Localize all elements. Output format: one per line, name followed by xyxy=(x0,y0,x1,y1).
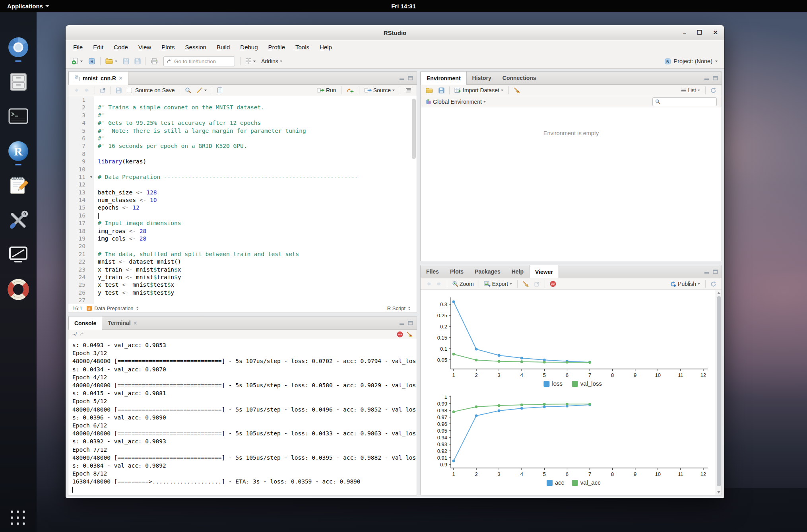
new-project-button[interactable] xyxy=(86,56,97,67)
popout-editor-button[interactable] xyxy=(98,85,108,96)
code-line[interactable]: 16 xyxy=(68,212,417,219)
scroll-down-icon[interactable] xyxy=(717,491,720,493)
metrics-chart-loss[interactable]: 0.30.250.20.150.10.05123456789101112loss… xyxy=(433,294,712,394)
save-all-button[interactable] xyxy=(132,56,143,67)
clear-environment-broom-icon[interactable] xyxy=(512,85,522,96)
code-line[interactable]: 23x_train <- mnist$train$x xyxy=(68,266,417,274)
addins-button[interactable]: Addins xyxy=(259,56,285,67)
code-editor[interactable]: 12#' Trains a simple convnet on the MNIS… xyxy=(68,96,417,305)
code-line[interactable]: 24y_train <- mnist$train$y xyxy=(68,274,417,281)
code-line[interactable]: 6#' xyxy=(68,135,417,142)
code-line[interactable]: 22mnist <- dataset_mnist() xyxy=(68,258,417,266)
menu-build[interactable]: Build xyxy=(211,44,235,50)
tab-console[interactable]: Console xyxy=(68,316,102,330)
rerun-button[interactable] xyxy=(344,85,356,96)
workspace-panes-button[interactable] xyxy=(243,56,258,67)
working-directory[interactable]: ~/ xyxy=(72,331,77,337)
dock-item-tools[interactable] xyxy=(7,209,29,234)
source-on-save-checkbox[interactable]: Source on Save xyxy=(125,85,177,96)
metrics-chart-acc[interactable]: 10.990.980.970.960.950.940.930.920.910.9… xyxy=(433,396,712,495)
show-applications-button[interactable] xyxy=(11,511,26,526)
tab-environment[interactable]: Environment xyxy=(421,72,467,85)
maximize-pane-icon[interactable] xyxy=(408,321,413,325)
clear-console-broom-icon[interactable] xyxy=(406,331,413,338)
stop-viewer-icon[interactable] xyxy=(548,278,558,289)
dock-item-chromium[interactable] xyxy=(7,36,29,61)
maximize-pane-icon[interactable] xyxy=(408,76,413,80)
environment-search-box[interactable] xyxy=(652,97,717,106)
save-source-button[interactable] xyxy=(114,85,124,96)
code-line[interactable]: 18img_rows <- 28 xyxy=(68,227,417,235)
minimize-pane-icon[interactable] xyxy=(399,321,404,325)
menu-tools[interactable]: Tools xyxy=(290,44,314,50)
dock-item-display[interactable] xyxy=(7,244,29,268)
tab-help[interactable]: Help xyxy=(506,265,529,278)
title-bar[interactable]: RStudio – ❐ ✕ xyxy=(66,25,724,40)
tab-plots[interactable]: Plots xyxy=(444,265,469,278)
find-replace-button[interactable] xyxy=(183,85,193,96)
close-icon[interactable] xyxy=(134,321,137,325)
forward-icon[interactable] xyxy=(82,85,92,96)
tab-mnist-cnn[interactable]: mnist_cnn.R xyxy=(68,72,128,85)
close-button[interactable]: ✕ xyxy=(713,29,718,36)
tab-files[interactable]: Files xyxy=(421,265,444,278)
code-line[interactable]: 25x_test <- mnist$test$x xyxy=(68,281,417,289)
menu-plots[interactable]: Plots xyxy=(156,44,180,50)
clock[interactable]: Fri 14:31 xyxy=(0,0,807,12)
code-line[interactable]: 26y_test <- mnist$test$y xyxy=(68,289,417,297)
tab-viewer[interactable]: Viewer xyxy=(529,265,559,278)
maximize-button[interactable]: ❐ xyxy=(697,29,702,36)
document-outline-button[interactable] xyxy=(403,85,413,96)
dock-item-files[interactable] xyxy=(7,71,29,95)
console-output[interactable]: s: 0.0493 - val_acc: 0.9853Epoch 3/12480… xyxy=(68,339,417,493)
forward-icon[interactable] xyxy=(435,278,444,289)
refresh-viewer-button[interactable] xyxy=(708,278,718,289)
minimize-pane-icon[interactable] xyxy=(704,76,709,80)
editor-scrollbar[interactable] xyxy=(412,99,416,159)
tab-packages[interactable]: Packages xyxy=(469,265,506,278)
code-line[interactable]: 9library(keras) xyxy=(68,158,417,165)
goto-file-function-box[interactable] xyxy=(163,56,235,66)
code-line[interactable]: 5#' Note: There is still a large margin … xyxy=(68,127,417,135)
code-line[interactable]: 10 xyxy=(68,166,417,173)
tab-terminal[interactable]: Terminal xyxy=(102,316,142,329)
save-workspace-button[interactable] xyxy=(436,85,446,96)
load-workspace-button[interactable] xyxy=(424,85,435,96)
source-button[interactable]: Source xyxy=(362,85,397,96)
code-tools-button[interactable] xyxy=(194,85,209,96)
refresh-environment-button[interactable] xyxy=(708,85,718,96)
tab-connections[interactable]: Connections xyxy=(497,72,542,84)
dock-item-terminal[interactable] xyxy=(7,105,29,130)
menu-file[interactable]: File xyxy=(68,44,88,50)
menu-profile[interactable]: Profile xyxy=(263,44,291,50)
run-button[interactable]: Run xyxy=(315,85,338,96)
scroll-up-icon[interactable] xyxy=(717,292,720,294)
import-dataset-button[interactable]: Import Dataset xyxy=(452,85,506,96)
code-line[interactable]: 4#' Gets to 99.25% test accuracy after 1… xyxy=(68,119,417,127)
goto-file-function-input[interactable] xyxy=(174,58,226,64)
popout-viewer-button[interactable] xyxy=(532,278,542,289)
zoom-button[interactable]: Zoom xyxy=(450,278,476,289)
scope-selector[interactable]: Data Preparation xyxy=(85,303,140,313)
code-line[interactable]: 3#' xyxy=(68,112,417,119)
scrollbar-thumb[interactable] xyxy=(717,296,721,486)
interrupt-stop-icon[interactable] xyxy=(397,331,403,338)
code-line[interactable]: 13batch_size <- 128 xyxy=(68,189,417,196)
dock-item-editor[interactable] xyxy=(7,175,29,199)
menu-view[interactable]: View xyxy=(133,44,156,50)
code-line[interactable]: 7#' 16 seconds per epoch on a GRID K520 … xyxy=(68,142,417,150)
close-icon[interactable] xyxy=(119,76,122,80)
tab-history[interactable]: History xyxy=(467,72,497,84)
code-line[interactable]: 17# Input image dimensions xyxy=(68,219,417,227)
export-button[interactable]: Export xyxy=(482,278,514,289)
file-type-selector[interactable]: R Script xyxy=(385,303,413,313)
code-line[interactable]: 15epochs <- 12 xyxy=(68,204,417,212)
menu-session[interactable]: Session xyxy=(180,44,211,50)
code-line[interactable]: 21# The data, shuffled and split between… xyxy=(68,250,417,258)
list-view-selector[interactable]: List xyxy=(679,85,702,96)
code-line[interactable]: 11▼# Data Preparation ------------------… xyxy=(68,173,417,181)
code-line[interactable]: 12 xyxy=(68,181,417,188)
clear-viewer-broom-icon[interactable] xyxy=(520,278,531,289)
dock-item-rstudio[interactable] xyxy=(7,140,29,165)
back-icon[interactable] xyxy=(424,278,433,289)
